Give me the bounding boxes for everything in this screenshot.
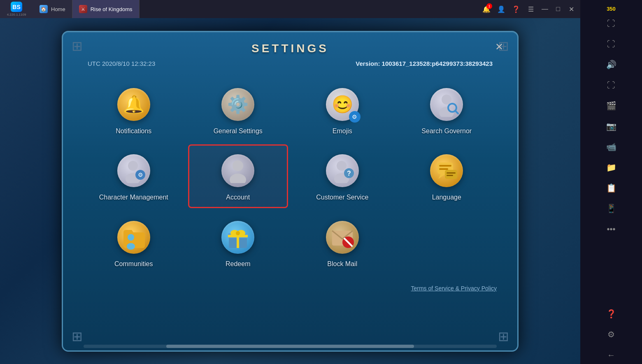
sidebar-fullscreen-icon[interactable]: ⛶ [602,76,620,94]
sidebar-mobile-icon[interactable]: 📱 [602,199,620,218]
block-mail-icon [326,221,359,254]
taskbar-actions: 🔔 1 👤 ❓ ☰ — □ ✕ [480,2,580,16]
home-tab-icon: 🏠 [40,5,48,13]
tab-home[interactable]: 🏠 Home [33,0,72,18]
sidebar-screenshot-icon[interactable]: 📷 [602,117,620,135]
settings-dialog: ⊞ ⊞ ⊞ ⊞ SETTINGS ✕ UTC 2020/8/10 12:32:2… [62,31,519,352]
block-mail-icon-container [324,219,361,256]
communities-icon [117,221,150,254]
svg-point-29 [236,231,240,235]
communities-icon-container [115,219,152,256]
dialog-scrollbar[interactable] [84,345,497,348]
svg-point-9 [230,174,246,183]
svg-point-22 [127,243,135,250]
coins-value: 350 [607,6,616,12]
settings-item-notifications[interactable]: 🔔 Notifications [84,79,184,141]
account-label: Account [226,193,250,202]
bs-version: 4.220.1.1109 [7,13,26,16]
sidebar-files-icon[interactable]: 📁 [602,158,620,176]
emojis-icon-container: 😊 ⚙ [324,86,361,123]
notification-bell-button[interactable]: 🔔 1 [480,2,493,16]
version-info: Version: 1003617_123528:p64299373:382934… [356,60,493,67]
taskbar: BS 4.220.1.1109 🏠 Home ⚔ Rise of Kingdom… [0,0,580,18]
notifications-label: Notifications [116,127,151,136]
settings-item-emojis[interactable]: 😊 ⚙ Emojis [292,79,393,141]
redeem-icon-container [219,219,256,256]
search-governor-icon [430,88,463,121]
bluestacks-logo: BS 4.220.1.1109 [0,0,33,18]
sidebar-video-icon[interactable]: 🎬 [602,97,620,115]
sidebar-back-icon[interactable]: ← [602,346,620,364]
sidebar-coins: 350 [607,6,616,12]
settings-item-search-governor[interactable]: Search Governor [397,79,497,141]
search-governor-icon-container [428,86,465,123]
block-mail-label: Block Mail [327,260,357,269]
timestamp: UTC 2020/8/10 12:32:23 [88,60,155,67]
right-sidebar: 350 ⛶ ⛶ 🔊 ⛶ 🎬 📷 📹 📁 📋 📱 ••• ❓ ⚙ ← [580,0,642,364]
svg-text:?: ? [347,170,351,177]
settings-item-redeem[interactable]: Redeem [188,212,288,274]
search-governor-label: Search Governor [421,127,472,136]
settings-item-account[interactable]: Account [188,144,288,208]
svg-point-8 [233,160,243,171]
svg-rect-20 [447,175,453,176]
character-management-label: Character Management [99,193,168,202]
svg-text:⚙: ⚙ [137,172,143,178]
svg-rect-19 [447,172,456,174]
scrollbar-thumb[interactable] [166,345,414,348]
emojis-label: Emojis [333,127,352,136]
sidebar-settings-icon[interactable]: ⚙ [602,325,620,343]
settings-item-communities[interactable]: Communities [84,212,184,274]
emoji-icon: 😊 ⚙ [326,88,359,121]
sidebar-more-icon[interactable]: ••• [602,220,620,238]
version-value: 1003617_123528:p64299373:38293423 [382,60,493,67]
dialog-close-button[interactable]: ✕ [491,39,507,55]
sidebar-clipboard-icon[interactable]: 📋 [602,179,620,197]
sidebar-record-icon[interactable]: 📹 [602,138,620,156]
version-label: Version: [356,60,380,67]
close-button[interactable]: ✕ [565,3,577,15]
sidebar-expand-icon[interactable]: ⛶ [602,14,620,32]
customer-service-icon-container: ? [324,152,361,189]
sidebar-expand2-icon[interactable]: ⛶ [602,35,620,53]
terms-link[interactable]: Terms of Service & Privacy Policy [63,282,517,295]
bs-icon: BS [11,2,22,12]
character-management-icon: ⚙ [117,154,150,187]
home-tab-label: Home [51,6,65,12]
language-label: Language [432,193,461,202]
dialog-title: SETTINGS [63,42,517,55]
svg-line-3 [455,111,458,114]
menu-button[interactable]: ☰ [524,2,537,16]
meta-info: UTC 2020/8/10 12:32:23 Version: 1003617_… [63,55,517,67]
svg-point-0 [442,95,451,104]
settings-item-block-mail[interactable]: Block Mail [292,212,393,274]
settings-item-general[interactable]: ⚙️ General Settings [188,79,288,141]
minimize-button[interactable]: — [539,3,551,15]
emoji-gear-badge: ⚙ [349,111,361,123]
customer-service-label: Customer Service [316,193,368,202]
notification-badge: 1 [486,3,492,9]
tab-rise-of-kingdoms[interactable]: ⚔ Rise of Kingdoms [72,0,140,18]
svg-point-10 [337,161,347,171]
rok-tab-icon: ⚔ [79,5,87,13]
svg-rect-16 [439,168,448,170]
settings-item-customer-service[interactable]: ? Customer Service [292,144,393,208]
settings-item-language[interactable]: Language [397,144,497,208]
account-button[interactable]: 👤 [495,2,508,16]
account-icon [221,154,254,187]
help-button[interactable]: ❓ [509,2,523,16]
character-mgmt-icon-container: ⚙ [115,152,152,189]
sidebar-volume-icon[interactable]: 🔊 [602,56,620,74]
maximize-button[interactable]: □ [552,3,564,15]
svg-point-4 [128,161,138,171]
redeem-label: Redeem [226,260,250,269]
redeem-icon [221,221,254,254]
game-area: ⊞ ⊞ ⊞ ⊞ SETTINGS ✕ UTC 2020/8/10 12:32:2… [0,18,580,364]
svg-rect-18 [445,170,457,179]
general-settings-icon-container: ⚙️ [219,86,256,123]
sidebar-help-icon[interactable]: ❓ [602,305,620,323]
settings-item-character-management[interactable]: ⚙ Character Management [84,144,184,208]
general-settings-label: General Settings [214,127,263,136]
settings-grid: 🔔 Notifications ⚙️ General Settings 😊 ⚙ [63,71,517,282]
account-icon-container [219,152,256,189]
